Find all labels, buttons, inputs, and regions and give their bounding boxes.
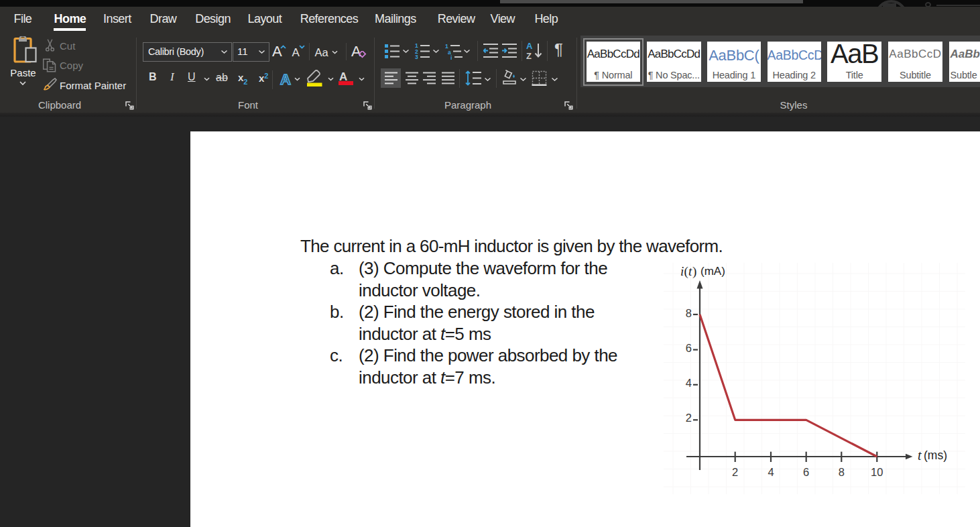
svg-text:i: i xyxy=(680,264,684,278)
svg-text:2: 2 xyxy=(686,412,692,424)
svg-text:A: A xyxy=(526,42,533,51)
svg-text:6: 6 xyxy=(686,342,692,354)
svg-text:t: t xyxy=(918,448,922,463)
svg-text:(: ( xyxy=(684,264,688,279)
svg-text:8: 8 xyxy=(686,307,692,319)
svg-text:3: 3 xyxy=(415,54,418,60)
svg-text:(ms): (ms) xyxy=(924,449,947,462)
svg-text:4: 4 xyxy=(686,377,692,389)
svg-text:4: 4 xyxy=(768,466,774,478)
svg-text:8: 8 xyxy=(839,466,845,478)
svg-text:6: 6 xyxy=(803,466,809,478)
svg-text:i: i xyxy=(450,54,452,60)
svg-text:2: 2 xyxy=(732,466,738,478)
svg-text:10: 10 xyxy=(871,466,883,478)
svg-text:(mA): (mA) xyxy=(700,265,725,278)
svg-text:Z: Z xyxy=(526,51,532,60)
svg-text:): ) xyxy=(692,264,696,279)
svg-text:A: A xyxy=(280,71,291,88)
